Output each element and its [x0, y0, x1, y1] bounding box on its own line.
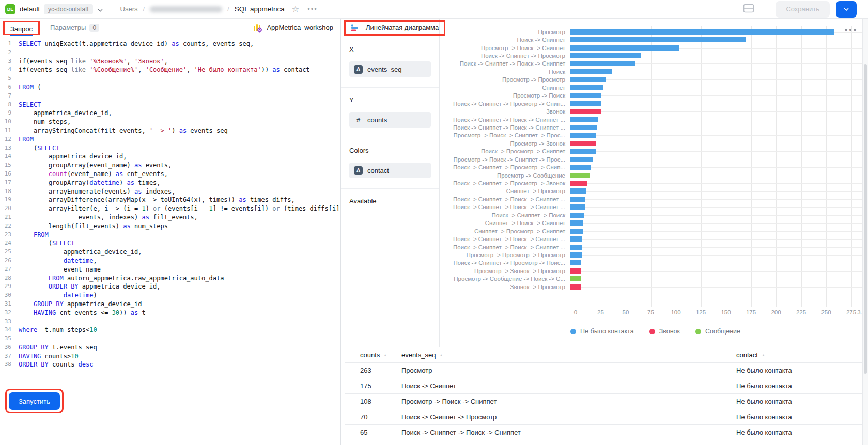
code-line: 13 (SELECT — [0, 144, 340, 153]
save-button[interactable]: Сохранить — [776, 1, 830, 18]
legend-item[interactable]: Звонок — [649, 328, 680, 335]
tab-query[interactable]: Запрос — [10, 25, 33, 36]
top-bar: DE default yc-doc-outstaff Users / / SQL… — [0, 0, 868, 19]
more-menu-icon[interactable]: ••• — [307, 5, 318, 13]
bar[interactable] — [570, 284, 581, 290]
code-line: 31 GROUP BY appmetrica_device_id — [0, 300, 340, 309]
bar[interactable] — [570, 197, 585, 202]
bar[interactable] — [570, 252, 582, 258]
bar[interactable] — [570, 93, 601, 98]
category-label: Поиск -> Сниппет -> Просмотр -> Снип... — [444, 164, 570, 170]
table-row: 263ПросмотрНе было контакта — [345, 363, 868, 378]
line-number: 25 — [0, 248, 19, 257]
save-dropdown-button[interactable] — [836, 1, 857, 18]
bar[interactable] — [570, 236, 582, 242]
code-line: 14 appmetrica_device_id, — [0, 152, 340, 161]
project-name[interactable]: default — [20, 5, 40, 13]
divider — [765, 4, 765, 15]
category-label: Просмотр -> Просмотр -> Просмотр — [444, 252, 570, 258]
field-chip-contact[interactable]: A contact — [349, 163, 431, 178]
chart-type-label[interactable]: Линейчатая диаграмма — [366, 24, 439, 31]
workbook-badge: DE — [5, 4, 16, 14]
bar[interactable] — [570, 69, 612, 74]
bar[interactable] — [570, 204, 585, 210]
category-label: Просмотр -> Поиск -> Сниппет — [444, 45, 570, 51]
code-line: 6FROM ( — [0, 83, 340, 92]
connection-selector[interactable]: AppMetrica_workshop — [253, 23, 333, 33]
bar[interactable] — [570, 45, 679, 51]
code-line: 16 count(event_name) as cnt_events, — [0, 170, 340, 179]
section-x-label: X — [349, 45, 431, 53]
legend-dot-icon — [649, 329, 655, 334]
bar-chart-icon[interactable] — [351, 24, 360, 32]
bar[interactable] — [570, 77, 606, 82]
bar[interactable] — [570, 213, 584, 218]
bar[interactable] — [570, 173, 590, 178]
chart-row: Поиск -> Сниппет -> Поиск -> Сниппет ... — [444, 235, 867, 243]
chart-row: Поиск -> Сниппет -> Поиск -> Сниппет ... — [444, 203, 867, 211]
tab-parameters-label: Параметры — [50, 24, 86, 31]
bar[interactable] — [570, 245, 582, 250]
legend-item[interactable]: Сообщение — [695, 328, 740, 335]
code-line: 3if(events_seq like '%Звонок%', 'Звонок'… — [0, 57, 340, 66]
bar[interactable] — [570, 220, 583, 226]
bar[interactable] — [570, 268, 581, 274]
field-chip-counts[interactable]: # counts — [349, 112, 431, 128]
bar[interactable] — [570, 229, 583, 234]
line-number: 6 — [0, 83, 19, 92]
category-label: Сниппет — [444, 85, 570, 91]
table-header-cell[interactable]: counts▲ — [360, 351, 401, 359]
chart-row: Поиск -> Сниппет -> Просмотр — [444, 52, 867, 59]
favorite-star-icon[interactable]: ☆ — [292, 4, 299, 14]
chart-row: Поиск -> Просмотр -> Сниппет — [444, 148, 867, 155]
bar[interactable] — [570, 29, 834, 35]
table-header-cell[interactable]: events_seq▲ — [401, 351, 736, 359]
breadcrumb-users[interactable]: Users — [120, 5, 138, 13]
bar[interactable] — [570, 61, 636, 66]
bar-track — [570, 163, 867, 171]
code-line: 35 — [0, 334, 340, 343]
bar[interactable] — [570, 165, 591, 170]
bar[interactable] — [570, 53, 641, 58]
bar[interactable] — [570, 37, 746, 42]
bar[interactable] — [570, 276, 581, 281]
run-button[interactable]: Запустить — [9, 392, 60, 410]
bar[interactable] — [570, 157, 593, 162]
bar[interactable] — [570, 133, 596, 138]
bar[interactable] — [570, 188, 586, 194]
category-label: Сниппет -> Просмотр — [444, 188, 570, 194]
legend-item[interactable]: Не было контакта — [570, 328, 634, 335]
category-label: Сниппет -> Просмотр -> Сниппет — [444, 228, 570, 234]
code-line: 21 events, indexes) as filt_events, — [0, 213, 340, 222]
chart-rows: ПросмотрПоиск -> СниппетПросмотр -> Поис… — [444, 23, 867, 291]
panel-layout-icon[interactable] — [743, 4, 754, 15]
chart-row: Поиск -> Сниппет -> Поиск -> Сниппет ... — [444, 123, 867, 131]
env-tag[interactable]: yc-doc-outstaff — [44, 4, 92, 14]
sql-editor[interactable]: 1SELECT uniqExact(t.appmetrica_device_id… — [0, 37, 340, 445]
bar[interactable] — [570, 109, 601, 114]
bar[interactable] — [570, 181, 587, 186]
bar[interactable] — [570, 101, 601, 106]
chart-row: Поиск -> Сниппет -> Просмотр -> Снип... — [444, 163, 867, 171]
bar[interactable] — [570, 141, 596, 146]
field-chip-events-seq[interactable]: A events_seq — [349, 61, 431, 77]
bar[interactable] — [570, 149, 596, 154]
category-label: Поиск — [444, 69, 570, 75]
table-header-cell[interactable]: contact▲ — [736, 351, 868, 359]
code-line: 28 FROM autoru_appmetrica.raw_appmetrica… — [0, 274, 340, 283]
line-number: 10 — [0, 118, 19, 126]
category-label: Поиск -> Сниппет -> Просмотр -> Поис... — [444, 260, 570, 266]
chevron-down-icon[interactable] — [97, 6, 103, 12]
legend-label: Сообщение — [705, 328, 740, 335]
bar[interactable] — [570, 260, 581, 265]
vertical-scrollbar[interactable] — [862, 19, 868, 445]
chart-x-axis: 02550751001251501752002252502753.. — [576, 309, 867, 316]
code-line: 30 datetime) — [0, 291, 340, 300]
bar[interactable] — [570, 125, 597, 130]
line-number: 17 — [0, 179, 19, 187]
tab-parameters[interactable]: Параметры 0 — [50, 24, 99, 32]
section-colors-label: Colors — [349, 147, 431, 154]
scrollbar-thumb[interactable] — [864, 64, 867, 374]
bar[interactable] — [570, 85, 603, 90]
bar[interactable] — [570, 117, 598, 122]
